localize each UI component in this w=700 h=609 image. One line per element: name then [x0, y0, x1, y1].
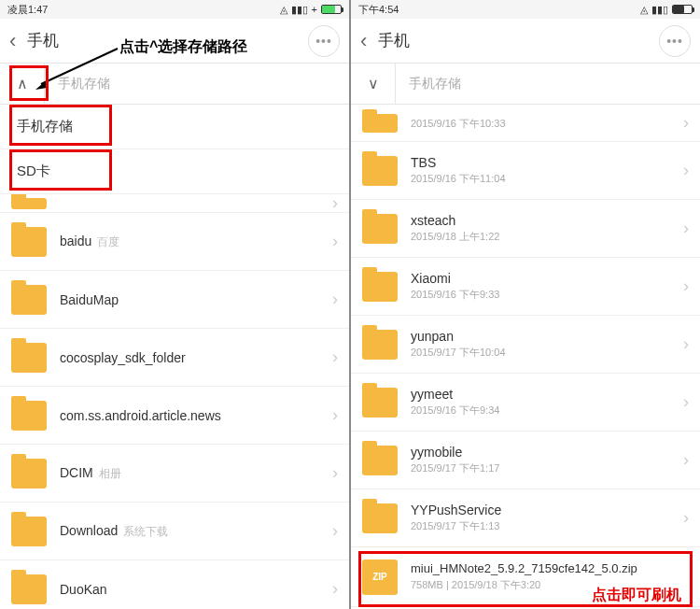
battery-icon	[321, 5, 342, 14]
folder-icon	[362, 272, 398, 302]
signal-icon: ▮▮▯	[291, 4, 308, 16]
more-button[interactable]: •••	[659, 25, 691, 57]
folder-name: yymobile	[411, 445, 678, 460]
chevron-right-icon: ›	[332, 232, 338, 251]
dropdown-phone-storage[interactable]: 手机存储	[0, 105, 349, 149]
list-item[interactable]: 2015/9/16 下午10:33 ›	[351, 105, 700, 142]
chevron-right-icon: ›	[332, 194, 338, 213]
folder-icon	[11, 285, 47, 315]
folder-icon	[11, 459, 47, 489]
list-item[interactable]: BaiduMap ›	[0, 271, 349, 329]
list-item[interactable]: ›	[0, 194, 349, 213]
file-list[interactable]: 2015/9/16 下午10:33 › TBS2015/9/16 下午11:04…	[351, 105, 700, 609]
folder-icon	[362, 156, 398, 186]
path-bar: ∨ 手机存储	[351, 64, 700, 105]
folder-name: DuoKan	[60, 582, 107, 597]
chevron-right-icon: ›	[683, 276, 689, 296]
list-item[interactable]: yymeet2015/9/16 下午9:34 ›	[351, 374, 700, 432]
back-button[interactable]: ‹	[9, 29, 16, 53]
list-item[interactable]: yunpan2015/9/17 下午10:04 ›	[351, 316, 700, 374]
folder-date: 2015/9/17 下午1:17	[411, 461, 678, 475]
chevron-right-icon: ›	[683, 450, 689, 470]
chevron-right-icon: ›	[332, 290, 338, 309]
chevron-right-icon: ›	[683, 161, 689, 180]
wifi-icon: ◬	[280, 4, 287, 16]
folder-icon	[11, 574, 47, 604]
list-item[interactable]: yymobile2015/9/17 下午1:17 ›	[351, 432, 700, 489]
file-name: miui_HMNote2_5.9.2_7159cfe142_5.0.zip	[411, 561, 689, 577]
header: ‹ 手机 •••	[0, 19, 349, 64]
folder-icon	[11, 401, 47, 431]
status-bar: 凌晨1:47 ◬ ▮▮▯ +	[0, 0, 349, 19]
wifi-icon: ◬	[640, 4, 648, 16]
folder-date: 2015/9/16 下午9:34	[411, 404, 678, 418]
list-item[interactable]: Xiaomi2015/9/16 下午9:33 ›	[351, 258, 700, 316]
file-list[interactable]: › baidu百度 › BaiduMap › cocosplay_sdk_fol…	[0, 194, 349, 609]
back-button[interactable]: ‹	[360, 29, 367, 53]
list-item[interactable]: baidu百度 ›	[0, 213, 349, 271]
chevron-right-icon: ›	[332, 347, 338, 367]
folder-tag: 系统下载	[123, 525, 168, 538]
list-item[interactable]: com.ss.android.article.news ›	[0, 387, 349, 445]
chevron-right-icon: ›	[332, 463, 338, 483]
folder-name: com.ss.android.article.news	[60, 408, 221, 423]
list-item[interactable]: TBS2015/9/16 下午11:04 ›	[351, 142, 700, 200]
folder-date: 2015/9/16 下午9:33	[411, 288, 678, 302]
status-bar: 下午4:54 ◬ ▮▮▯	[351, 0, 700, 19]
chevron-right-icon: ›	[683, 334, 689, 354]
list-item[interactable]: DCIM相册 ›	[0, 445, 349, 503]
chevron-right-icon: ›	[332, 579, 338, 599]
folder-date: 2015/9/16 下午10:33	[411, 117, 678, 131]
folder-name: TBS	[411, 155, 678, 170]
path-toggle[interactable]: ∧	[0, 64, 45, 104]
status-time: 下午4:54	[358, 3, 399, 17]
page-title: 手机	[378, 30, 410, 51]
path-bar: ∧ 手机存储	[0, 64, 349, 105]
list-item[interactable]: xsteach2015/9/18 上午1:22 ›	[351, 200, 700, 258]
dropdown-sd-card[interactable]: SD卡	[0, 149, 349, 194]
status-time: 凌晨1:47	[7, 3, 48, 17]
folder-date: 2015/9/16 下午11:04	[411, 172, 678, 186]
chevron-right-icon: ›	[683, 392, 689, 412]
folder-icon	[362, 503, 398, 533]
folder-name: Download	[60, 523, 118, 538]
folder-icon	[362, 214, 398, 244]
chevron-right-icon: ›	[332, 405, 338, 425]
folder-name: BaiduMap	[60, 292, 119, 307]
folder-icon	[11, 343, 47, 373]
phone-left: 凌晨1:47 ◬ ▮▮▯ + ‹ 手机 ••• ∧ 手机存储 手机存储 SD卡 …	[0, 0, 349, 609]
folder-icon	[362, 388, 398, 418]
status-icons: ◬ ▮▮▯ +	[280, 4, 342, 16]
folder-name: baidu	[60, 234, 91, 248]
folder-tag: 相册	[99, 467, 121, 480]
list-item[interactable]: DuoKan ›	[0, 560, 349, 609]
folder-icon	[11, 198, 47, 209]
chevron-right-icon: ›	[683, 113, 689, 133]
more-button[interactable]: •••	[308, 25, 340, 57]
folder-name: cocosplay_sdk_folder	[60, 350, 186, 365]
chevron-right-icon: ›	[683, 219, 689, 238]
list-item[interactable]: YYPushService2015/9/17 下午1:13 ›	[351, 489, 700, 547]
page-title: 手机	[27, 30, 59, 51]
folder-name: yymeet	[411, 387, 678, 402]
folder-name: DCIM	[60, 465, 93, 480]
folder-name: Xiaomi	[411, 271, 678, 286]
path-toggle[interactable]: ∨	[351, 64, 396, 104]
list-item[interactable]: Download系统下载 ›	[0, 503, 349, 560]
folder-name: YYPushService	[411, 503, 678, 517]
folder-icon	[362, 114, 398, 133]
folder-tag: 百度	[97, 235, 119, 248]
list-item-zip[interactable]: ZIP miui_HMNote2_5.9.2_7159cfe142_5.0.zi…	[351, 547, 700, 607]
file-meta: 758MB | 2015/9/18 下午3:20	[411, 578, 689, 592]
folder-date: 2015/9/17 下午1:13	[411, 519, 678, 533]
storage-dropdown: 手机存储 SD卡	[0, 105, 349, 194]
folder-date: 2015/9/17 下午10:04	[411, 346, 678, 360]
header: ‹ 手机 •••	[351, 19, 700, 64]
zip-icon: ZIP	[362, 559, 398, 595]
chevron-right-icon: ›	[332, 521, 338, 541]
plus-icon: +	[312, 4, 317, 15]
path-text: 手机存储	[396, 76, 461, 92]
folder-icon	[362, 330, 398, 360]
folder-icon	[362, 446, 398, 475]
list-item[interactable]: cocosplay_sdk_folder ›	[0, 329, 349, 387]
